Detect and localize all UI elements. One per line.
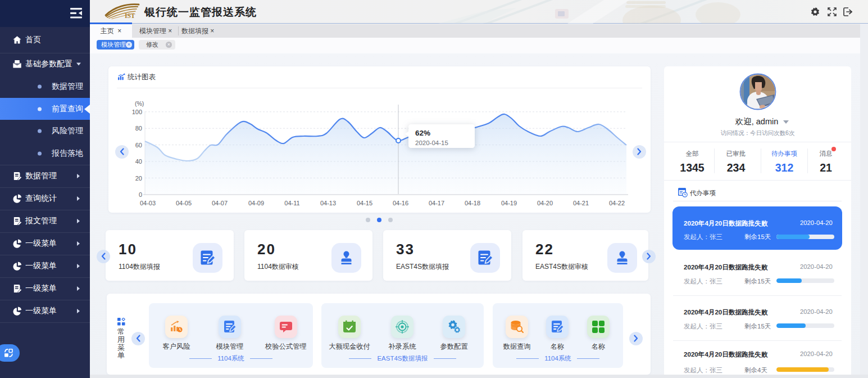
svg-text:04-19: 04-19 [501,200,517,206]
svg-text:80: 80 [135,125,142,132]
svg-text:2020-04-15: 2020-04-15 [415,140,448,146]
svg-text:04-17: 04-17 [429,200,444,206]
svg-text:62%: 62% [415,129,430,137]
svg-text:0: 0 [139,191,142,198]
svg-text:IST: IST [125,12,135,19]
svg-text:04-21: 04-21 [573,200,589,206]
svg-text:04-05: 04-05 [176,200,192,206]
svg-text:04-20: 04-20 [537,200,553,206]
svg-text:40: 40 [135,158,142,165]
svg-text:100: 100 [132,109,142,115]
svg-text:(%): (%) [135,100,144,107]
svg-text:04-16: 04-16 [393,200,408,206]
svg-text:04-03: 04-03 [140,200,156,206]
svg-text:04-15: 04-15 [357,200,372,206]
svg-text:04-22: 04-22 [609,200,625,206]
svg-text:20: 20 [135,175,142,182]
svg-text:60: 60 [135,142,142,148]
svg-text:04-13: 04-13 [320,200,336,206]
svg-text:04-18: 04-18 [465,200,480,206]
svg-text:04-07: 04-07 [212,200,228,206]
svg-text:04-11: 04-11 [284,200,299,206]
svg-text:04-09: 04-09 [248,200,264,206]
